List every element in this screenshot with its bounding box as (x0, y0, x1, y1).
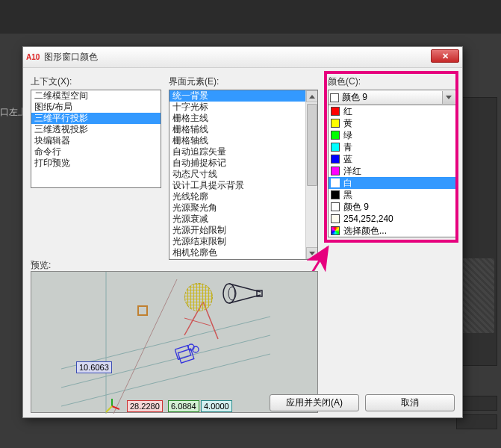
color-option[interactable]: 选择颜色... (329, 225, 455, 237)
color-dropdown-list[interactable]: 红黄绿青蓝洋红白黑颜色 9254,252,240选择颜色... (328, 105, 456, 237)
color-option[interactable]: 红 (329, 105, 455, 117)
cancel-button[interactable]: 取消 (365, 394, 455, 411)
context-label: 上下文(X): (31, 75, 161, 88)
color-option-label: 青 (343, 141, 352, 154)
preview-value-a: 10.6063 (76, 361, 112, 373)
element-listbox[interactable]: 统一背景十字光标栅格主线栅格辅线栅格轴线自动追踪矢量自动捕捉标记动态尺寸线设计工… (169, 90, 318, 260)
color-option-label: 黄 (343, 117, 352, 130)
color-label: 颜色(C): (328, 75, 456, 88)
element-list-item[interactable]: 统一背景 (169, 90, 317, 102)
context-column: 上下文(X): 二维模型空间图纸/布局三维平行投影三维透视投影块编辑器命令行打印… (31, 75, 161, 188)
scroll-down-button[interactable] (306, 247, 318, 259)
dialog-title: 图形窗口颜色 (44, 51, 98, 63)
context-list-item[interactable]: 打印预览 (31, 158, 161, 169)
preview-camera-wireframe (175, 343, 200, 365)
color-option[interactable]: 黄 (329, 117, 455, 129)
element-column: 界面元素(E): 统一背景十字光标栅格主线栅格辅线栅格轴线自动追踪矢量自动捕捉标… (169, 75, 318, 260)
context-list-item[interactable]: 命令行 (31, 146, 161, 158)
element-list-item[interactable]: 相机轮廓色 (169, 247, 317, 258)
color-swatch-icon (331, 119, 340, 128)
color-option-label: 颜色 9 (343, 201, 369, 214)
context-list-item[interactable]: 三维平行投影 (31, 113, 161, 124)
context-list-item[interactable]: 块编辑器 (31, 135, 161, 146)
preview-gizmo-handle (137, 305, 148, 316)
preview-camera-cone (222, 278, 263, 309)
color-option-label: 红 (343, 105, 352, 118)
color-option-label: 洋红 (343, 165, 361, 178)
element-list-item[interactable]: 自动捕捉标记 (169, 158, 317, 169)
color-option[interactable]: 蓝 (329, 153, 455, 165)
color-swatch-icon (331, 226, 340, 235)
element-list-item[interactable]: 光源结束限制 (169, 236, 317, 247)
color-option[interactable]: 颜色 9 (329, 201, 455, 213)
element-list-item[interactable]: 栅格辅线 (169, 124, 317, 135)
color-combobox[interactable]: 颜色 9 (328, 90, 456, 105)
color-option[interactable]: 青 (329, 141, 455, 153)
element-list-item[interactable]: 设计工具提示背景 (169, 180, 317, 191)
context-list-item[interactable]: 三维透视投影 (31, 124, 161, 135)
element-list-item[interactable]: 光源衰减 (169, 214, 317, 225)
preview-sphere-wireframe (184, 283, 213, 311)
color-option[interactable]: 黑 (329, 189, 455, 201)
combobox-drop-button[interactable] (442, 91, 455, 104)
scroll-up-button[interactable] (306, 90, 318, 102)
svg-rect-14 (178, 349, 193, 363)
svg-line-8 (184, 318, 211, 326)
color-option-label: 254,252,240 (343, 214, 393, 224)
preview-viewport: 10.6063 28.2280 6.0884 4.0000 (31, 271, 318, 413)
element-list-item[interactable]: 十字光标 (169, 102, 317, 113)
close-icon: ✕ (442, 52, 449, 61)
app-icon: A10 (26, 52, 40, 63)
color-option[interactable]: 绿 (329, 129, 455, 141)
close-button[interactable]: ✕ (431, 49, 459, 63)
element-list-item[interactable]: 栅格轴线 (169, 135, 317, 146)
dialog-body: 上下文(X): 二维模型空间图纸/布局三维平行投影三维透视投影块编辑器命令行打印… (31, 75, 455, 388)
cancel-label: 取消 (401, 396, 419, 409)
svg-line-5 (113, 279, 177, 414)
element-list-item[interactable]: 栅格主线 (169, 113, 317, 124)
color-option-label: 黑 (343, 189, 352, 202)
element-list-item[interactable]: 光源开始限制 (169, 225, 317, 236)
color-swatch-icon (331, 214, 340, 223)
color-swatch-icon (331, 167, 340, 175)
context-list-item[interactable]: 图纸/布局 (31, 102, 161, 113)
color-swatch-icon (331, 155, 340, 164)
color-swatch-icon (331, 190, 340, 199)
element-list-item[interactable]: 自动追踪矢量 (169, 146, 317, 158)
color-swatch-icon (331, 143, 340, 152)
apply-and-close-label: 应用并关闭(A) (286, 396, 343, 409)
color-option[interactable]: 白 (329, 177, 455, 189)
color-column: 颜色(C): 颜色 9 红黄绿青蓝洋红白黑颜色 9254,252,240选择颜色… (328, 75, 456, 237)
element-list-item[interactable]: 动态尺寸线 (169, 169, 317, 180)
color-option[interactable]: 254,252,240 (329, 213, 455, 225)
current-color-swatch (330, 93, 339, 102)
chevron-down-icon (446, 96, 452, 99)
apply-and-close-button[interactable]: 应用并关闭(A) (270, 394, 359, 411)
context-listbox[interactable]: 二维模型空间图纸/布局三维平行投影三维透视投影块编辑器命令行打印预览 (31, 90, 161, 188)
drawing-window-color-dialog: A10 图形窗口颜色 ✕ 上下文(X): 二维模型空间图纸/布局三维平行投影三维… (22, 46, 463, 418)
color-swatch-icon (331, 178, 340, 187)
context-list-item[interactable]: 二维模型空间 (31, 90, 161, 102)
preview-label: 预览: (31, 259, 51, 272)
element-list-item[interactable]: 光源聚光角 (169, 202, 317, 214)
color-option-label: 选择颜色... (343, 225, 387, 237)
element-scrollbar[interactable] (305, 90, 317, 259)
dialog-button-row: 应用并关闭(A) 取消 (23, 394, 455, 411)
color-swatch-icon (331, 202, 340, 211)
dialog-titlebar[interactable]: A10 图形窗口颜色 ✕ (23, 47, 462, 68)
arrow-up-icon (309, 95, 315, 99)
color-option-label: 绿 (343, 129, 352, 142)
scroll-thumb[interactable] (307, 104, 317, 186)
arrow-down-icon (309, 252, 315, 255)
app-header-strip (0, 0, 501, 34)
element-label: 界面元素(E): (169, 75, 318, 88)
color-option-label: 蓝 (343, 153, 352, 166)
color-swatch-icon (331, 131, 340, 140)
color-swatch-icon (331, 107, 340, 116)
color-option[interactable]: 洋红 (329, 165, 455, 177)
current-color-text: 颜色 9 (342, 91, 367, 104)
color-option-label: 白 (343, 177, 352, 190)
element-list-item[interactable]: 光线轮廓 (169, 191, 317, 202)
